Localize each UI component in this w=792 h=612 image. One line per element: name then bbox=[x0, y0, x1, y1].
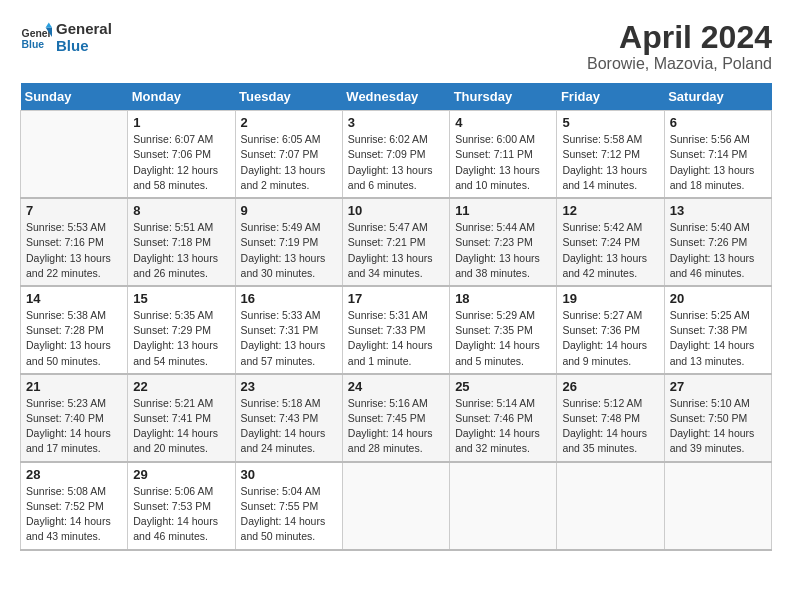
day-number: 24 bbox=[348, 379, 444, 394]
calendar-cell: 7Sunrise: 5:53 AMSunset: 7:16 PMDaylight… bbox=[21, 198, 128, 286]
day-info: Sunrise: 5:42 AMSunset: 7:24 PMDaylight:… bbox=[562, 220, 658, 281]
day-number: 12 bbox=[562, 203, 658, 218]
day-number: 20 bbox=[670, 291, 766, 306]
calendar-cell: 16Sunrise: 5:33 AMSunset: 7:31 PMDayligh… bbox=[235, 286, 342, 374]
day-info: Sunrise: 6:07 AMSunset: 7:06 PMDaylight:… bbox=[133, 132, 229, 193]
day-number: 21 bbox=[26, 379, 122, 394]
day-header-friday: Friday bbox=[557, 83, 664, 111]
day-header-tuesday: Tuesday bbox=[235, 83, 342, 111]
day-number: 7 bbox=[26, 203, 122, 218]
calendar-cell: 6Sunrise: 5:56 AMSunset: 7:14 PMDaylight… bbox=[664, 111, 771, 198]
day-info: Sunrise: 5:12 AMSunset: 7:48 PMDaylight:… bbox=[562, 396, 658, 457]
day-info: Sunrise: 5:14 AMSunset: 7:46 PMDaylight:… bbox=[455, 396, 551, 457]
day-number: 1 bbox=[133, 115, 229, 130]
day-number: 10 bbox=[348, 203, 444, 218]
day-number: 9 bbox=[241, 203, 337, 218]
page-header: General Blue General Blue April 2024 Bor… bbox=[20, 20, 772, 73]
day-number: 30 bbox=[241, 467, 337, 482]
calendar-week-2: 7Sunrise: 5:53 AMSunset: 7:16 PMDaylight… bbox=[21, 198, 772, 286]
day-info: Sunrise: 5:44 AMSunset: 7:23 PMDaylight:… bbox=[455, 220, 551, 281]
calendar-week-4: 21Sunrise: 5:23 AMSunset: 7:40 PMDayligh… bbox=[21, 374, 772, 462]
day-number: 25 bbox=[455, 379, 551, 394]
day-info: Sunrise: 5:49 AMSunset: 7:19 PMDaylight:… bbox=[241, 220, 337, 281]
day-number: 3 bbox=[348, 115, 444, 130]
calendar-cell: 1Sunrise: 6:07 AMSunset: 7:06 PMDaylight… bbox=[128, 111, 235, 198]
day-number: 16 bbox=[241, 291, 337, 306]
calendar-cell: 14Sunrise: 5:38 AMSunset: 7:28 PMDayligh… bbox=[21, 286, 128, 374]
calendar-week-1: 1Sunrise: 6:07 AMSunset: 7:06 PMDaylight… bbox=[21, 111, 772, 198]
calendar-week-5: 28Sunrise: 5:08 AMSunset: 7:52 PMDayligh… bbox=[21, 462, 772, 550]
day-info: Sunrise: 5:23 AMSunset: 7:40 PMDaylight:… bbox=[26, 396, 122, 457]
calendar-cell: 3Sunrise: 6:02 AMSunset: 7:09 PMDaylight… bbox=[342, 111, 449, 198]
calendar-cell bbox=[21, 111, 128, 198]
day-info: Sunrise: 5:25 AMSunset: 7:38 PMDaylight:… bbox=[670, 308, 766, 369]
day-number: 13 bbox=[670, 203, 766, 218]
svg-marker-3 bbox=[46, 23, 52, 28]
day-number: 22 bbox=[133, 379, 229, 394]
day-number: 4 bbox=[455, 115, 551, 130]
calendar-cell: 29Sunrise: 5:06 AMSunset: 7:53 PMDayligh… bbox=[128, 462, 235, 550]
calendar-cell: 23Sunrise: 5:18 AMSunset: 7:43 PMDayligh… bbox=[235, 374, 342, 462]
calendar-cell bbox=[557, 462, 664, 550]
day-header-sunday: Sunday bbox=[21, 83, 128, 111]
day-info: Sunrise: 5:56 AMSunset: 7:14 PMDaylight:… bbox=[670, 132, 766, 193]
calendar-cell: 4Sunrise: 6:00 AMSunset: 7:11 PMDaylight… bbox=[450, 111, 557, 198]
calendar-cell: 25Sunrise: 5:14 AMSunset: 7:46 PMDayligh… bbox=[450, 374, 557, 462]
day-info: Sunrise: 5:04 AMSunset: 7:55 PMDaylight:… bbox=[241, 484, 337, 545]
day-info: Sunrise: 5:51 AMSunset: 7:18 PMDaylight:… bbox=[133, 220, 229, 281]
calendar-cell: 26Sunrise: 5:12 AMSunset: 7:48 PMDayligh… bbox=[557, 374, 664, 462]
calendar-cell: 10Sunrise: 5:47 AMSunset: 7:21 PMDayligh… bbox=[342, 198, 449, 286]
calendar-cell: 11Sunrise: 5:44 AMSunset: 7:23 PMDayligh… bbox=[450, 198, 557, 286]
day-number: 27 bbox=[670, 379, 766, 394]
day-info: Sunrise: 5:33 AMSunset: 7:31 PMDaylight:… bbox=[241, 308, 337, 369]
day-number: 29 bbox=[133, 467, 229, 482]
day-header-saturday: Saturday bbox=[664, 83, 771, 111]
day-info: Sunrise: 5:10 AMSunset: 7:50 PMDaylight:… bbox=[670, 396, 766, 457]
calendar-cell: 22Sunrise: 5:21 AMSunset: 7:41 PMDayligh… bbox=[128, 374, 235, 462]
calendar-cell: 24Sunrise: 5:16 AMSunset: 7:45 PMDayligh… bbox=[342, 374, 449, 462]
page-title: April 2024 bbox=[587, 20, 772, 55]
day-info: Sunrise: 5:40 AMSunset: 7:26 PMDaylight:… bbox=[670, 220, 766, 281]
day-info: Sunrise: 6:00 AMSunset: 7:11 PMDaylight:… bbox=[455, 132, 551, 193]
day-info: Sunrise: 5:53 AMSunset: 7:16 PMDaylight:… bbox=[26, 220, 122, 281]
day-info: Sunrise: 5:31 AMSunset: 7:33 PMDaylight:… bbox=[348, 308, 444, 369]
calendar-cell: 19Sunrise: 5:27 AMSunset: 7:36 PMDayligh… bbox=[557, 286, 664, 374]
calendar-cell: 9Sunrise: 5:49 AMSunset: 7:19 PMDaylight… bbox=[235, 198, 342, 286]
day-info: Sunrise: 5:16 AMSunset: 7:45 PMDaylight:… bbox=[348, 396, 444, 457]
day-number: 8 bbox=[133, 203, 229, 218]
day-number: 26 bbox=[562, 379, 658, 394]
calendar-cell bbox=[450, 462, 557, 550]
day-number: 11 bbox=[455, 203, 551, 218]
calendar-cell: 17Sunrise: 5:31 AMSunset: 7:33 PMDayligh… bbox=[342, 286, 449, 374]
day-info: Sunrise: 5:29 AMSunset: 7:35 PMDaylight:… bbox=[455, 308, 551, 369]
logo: General Blue General Blue bbox=[20, 20, 112, 54]
day-number: 15 bbox=[133, 291, 229, 306]
day-info: Sunrise: 6:02 AMSunset: 7:09 PMDaylight:… bbox=[348, 132, 444, 193]
page-subtitle: Borowie, Mazovia, Poland bbox=[587, 55, 772, 73]
day-info: Sunrise: 5:08 AMSunset: 7:52 PMDaylight:… bbox=[26, 484, 122, 545]
day-info: Sunrise: 5:38 AMSunset: 7:28 PMDaylight:… bbox=[26, 308, 122, 369]
day-info: Sunrise: 6:05 AMSunset: 7:07 PMDaylight:… bbox=[241, 132, 337, 193]
calendar-cell: 2Sunrise: 6:05 AMSunset: 7:07 PMDaylight… bbox=[235, 111, 342, 198]
logo-line2: Blue bbox=[56, 37, 112, 54]
calendar-cell: 5Sunrise: 5:58 AMSunset: 7:12 PMDaylight… bbox=[557, 111, 664, 198]
logo-line1: General bbox=[56, 20, 112, 37]
day-info: Sunrise: 5:47 AMSunset: 7:21 PMDaylight:… bbox=[348, 220, 444, 281]
day-number: 23 bbox=[241, 379, 337, 394]
svg-text:Blue: Blue bbox=[22, 39, 45, 50]
day-number: 5 bbox=[562, 115, 658, 130]
calendar-cell: 30Sunrise: 5:04 AMSunset: 7:55 PMDayligh… bbox=[235, 462, 342, 550]
calendar-cell: 13Sunrise: 5:40 AMSunset: 7:26 PMDayligh… bbox=[664, 198, 771, 286]
day-number: 19 bbox=[562, 291, 658, 306]
calendar-cell: 18Sunrise: 5:29 AMSunset: 7:35 PMDayligh… bbox=[450, 286, 557, 374]
day-number: 6 bbox=[670, 115, 766, 130]
calendar-cell: 12Sunrise: 5:42 AMSunset: 7:24 PMDayligh… bbox=[557, 198, 664, 286]
title-block: April 2024 Borowie, Mazovia, Poland bbox=[587, 20, 772, 73]
day-header-wednesday: Wednesday bbox=[342, 83, 449, 111]
day-number: 18 bbox=[455, 291, 551, 306]
day-number: 17 bbox=[348, 291, 444, 306]
calendar-cell: 21Sunrise: 5:23 AMSunset: 7:40 PMDayligh… bbox=[21, 374, 128, 462]
day-header-monday: Monday bbox=[128, 83, 235, 111]
calendar-cell bbox=[664, 462, 771, 550]
calendar-cell: 27Sunrise: 5:10 AMSunset: 7:50 PMDayligh… bbox=[664, 374, 771, 462]
